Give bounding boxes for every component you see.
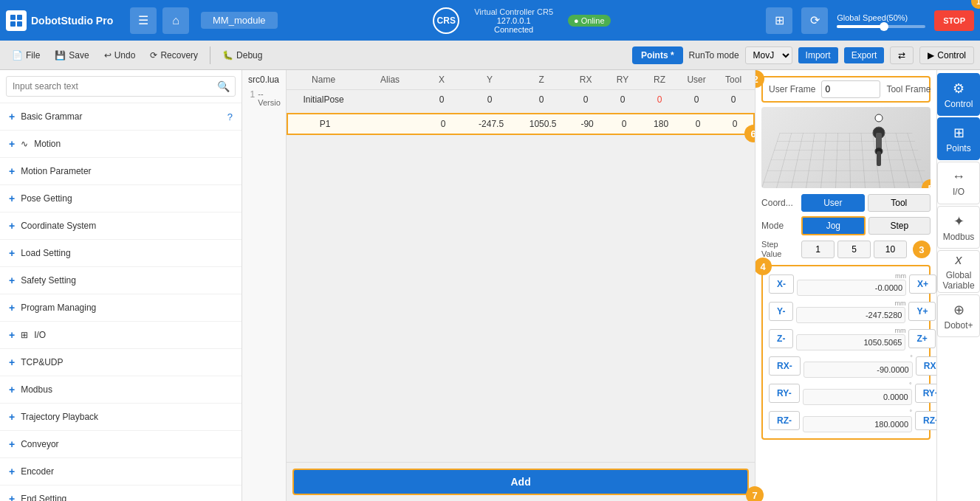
user-frame-input[interactable] (821, 80, 880, 98)
save-button[interactable]: 💾 Save (49, 47, 95, 63)
ry-value-input[interactable] (803, 389, 912, 405)
x-value-input[interactable] (797, 280, 906, 296)
right-panel: 2 User Frame Tool Frame (755, 70, 936, 501)
sidebar-item-motion[interactable]: + ∿ Motion (0, 131, 241, 158)
home-button[interactable]: ⌂ (162, 7, 189, 34)
controller-info: Virtual Controller CR5 127.0.0.1 Connect… (474, 7, 553, 34)
exchange-button[interactable]: ⇄ (890, 46, 914, 64)
sidebar-item-load-setting[interactable]: + Load Setting (0, 240, 241, 267)
line-content-1: -- Versio (258, 89, 283, 107)
controller-name: Virtual Controller CR5 (474, 7, 553, 16)
col-rx: RX (567, 75, 604, 85)
add-button[interactable]: Add (292, 469, 749, 495)
step-10-button[interactable]: 10 (874, 241, 907, 258)
z-minus-button[interactable]: Z- (769, 329, 793, 348)
robot-3d-view: 5 (761, 107, 931, 188)
y-value-input[interactable] (796, 307, 905, 323)
controller-ip: 127.0.0.1 (474, 16, 553, 25)
jog-section: 4 X- mm X+ J1- ° J1 (761, 265, 931, 440)
sidebar-item-end-setting[interactable]: + End Setting (0, 486, 241, 501)
recovery-icon: ⟳ (150, 50, 157, 61)
debug-button[interactable]: 🐛 Debug (216, 47, 268, 63)
stop-button[interactable]: STOP (934, 10, 974, 31)
far-right-control-button[interactable]: ⚙ Control 1 (937, 73, 980, 116)
sidebar-label-safety-setting: Safety Setting (21, 275, 76, 286)
expand-icon: + (9, 493, 15, 501)
ry-value-wrap: ° (803, 381, 912, 405)
jog-ry-row: RY- ° RY+ J5- ° J5+ (769, 381, 923, 405)
sidebar-item-motion-parameter[interactable]: + Motion Parameter (0, 158, 241, 185)
sync-button[interactable]: ⟳ (801, 7, 828, 34)
mode-jog-button[interactable]: Jog (801, 216, 865, 235)
coord-label: Coord... (761, 198, 798, 208)
sidebar-item-basic-grammar[interactable]: + Basic Grammar ? (0, 103, 241, 131)
y-plus-button[interactable]: Y+ (908, 302, 936, 321)
far-right-modbus-button[interactable]: ✦ Modbus (937, 206, 980, 249)
ry-minus-button[interactable]: RY- (769, 384, 800, 403)
sidebar-item-modbus[interactable]: + Modbus (0, 376, 241, 404)
file-button[interactable]: 📄 File (6, 47, 46, 63)
expand-icon: + (9, 356, 15, 368)
sidebar-item-safety-setting[interactable]: + Safety Setting (0, 267, 241, 294)
tool-frame-label: Tool Frame (886, 84, 931, 94)
coord-user-button[interactable]: User (801, 194, 864, 212)
sidebar-item-tcp-udp[interactable]: + TCP&UDP (0, 349, 241, 376)
cell-rx: -90 (569, 119, 606, 129)
jog-rx-row: RX- ° RX+ J4- ° J4+ (769, 354, 923, 378)
sidebar-item-program-managing[interactable]: + Program Managing (0, 294, 241, 322)
expand-icon: + (9, 138, 15, 150)
speed-control: Global Speed(50%) (837, 13, 925, 28)
ry-plus-button[interactable]: RY+ (915, 384, 936, 403)
layout-button[interactable]: ⊞ (766, 7, 792, 34)
speed-label: Global Speed(50%) (837, 13, 925, 22)
control-button[interactable]: ▶ Control (919, 46, 974, 64)
recovery-label: Recovery (160, 50, 198, 61)
cell-rz: 0 (641, 94, 678, 105)
far-right-global-variable-button[interactable]: x GlobalVariable (937, 250, 980, 293)
help-icon[interactable]: ? (227, 111, 233, 122)
step-5-button[interactable]: 5 (837, 241, 871, 258)
far-right-io-button[interactable]: ↔ I/O (937, 162, 980, 204)
menu-button[interactable]: ☰ (130, 7, 157, 34)
sidebar-item-encoder[interactable]: + Encoder (0, 458, 241, 486)
rz-minus-button[interactable]: RZ- (769, 411, 800, 430)
step-1-button[interactable]: 1 (801, 241, 835, 258)
rx-value-input[interactable] (803, 362, 913, 378)
sidebar-item-coordinate-system[interactable]: + Coordinate System (0, 213, 241, 240)
recovery-button[interactable]: ⟳ Recovery (144, 47, 204, 63)
rx-minus-button[interactable]: RX- (769, 356, 801, 376)
x-plus-button[interactable]: X+ (909, 274, 936, 294)
sidebar-item-conveyor[interactable]: + Conveyor (0, 431, 241, 458)
coord-tool-button[interactable]: Tool (868, 194, 931, 212)
x-minus-button[interactable]: X- (769, 274, 794, 294)
y-minus-button[interactable]: Y- (769, 302, 793, 321)
undo-label: Undo (114, 50, 136, 61)
sidebar-item-io[interactable]: + ⊞ I/O (0, 322, 241, 349)
app-title: DobotStudio Pro (31, 15, 113, 27)
search-input[interactable] (6, 76, 236, 97)
undo-button[interactable]: ↩ Undo (98, 47, 142, 63)
svg-rect-3 (17, 21, 22, 27)
table-row[interactable]: P1 0 -247.5 1050.5 -90 0 180 0 0 6 (287, 113, 755, 135)
runto-select[interactable]: MovJ MovL Jump (745, 46, 792, 64)
table-row[interactable]: InitialPose 0 0 0 0 0 0 0 0 (287, 90, 755, 110)
z-value-input[interactable] (796, 334, 905, 350)
points-tab-button[interactable]: Points * (632, 46, 683, 64)
expand-icon: + (9, 411, 15, 423)
expand-icon: + (9, 111, 15, 122)
speed-slider[interactable] (837, 25, 925, 28)
rz-value-input[interactable] (803, 416, 912, 432)
module-button[interactable]: MM_module (201, 12, 278, 29)
debug-label: Debug (236, 50, 262, 61)
far-right-dobot-plus-button[interactable]: ⊕ Dobot+ (937, 294, 980, 337)
z-plus-button[interactable]: Z+ (908, 329, 935, 348)
import-button[interactable]: Import (798, 47, 838, 63)
sidebar-item-pose-getting[interactable]: + Pose Getting (0, 185, 241, 213)
rz-plus-button[interactable]: RZ+ (915, 411, 936, 430)
z-value-wrap: mm (796, 327, 905, 350)
mode-step-button[interactable]: Step (868, 217, 931, 235)
rx-plus-button[interactable]: RX+ (916, 356, 936, 376)
sidebar-item-trajectory-playback[interactable]: + Trajectory Playback (0, 404, 241, 431)
export-button[interactable]: Export (844, 47, 885, 63)
far-right-points-button[interactable]: ⊞ Points (937, 117, 980, 160)
